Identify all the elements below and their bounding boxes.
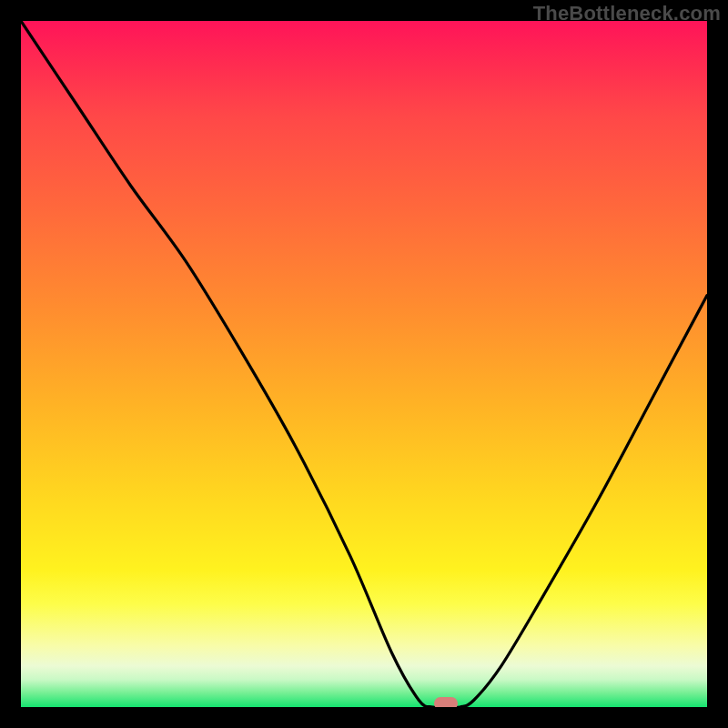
minimum-marker — [434, 697, 458, 707]
chart-frame: TheBottleneck.com — [0, 0, 728, 728]
plot-area — [21, 21, 707, 707]
watermark-text: TheBottleneck.com — [533, 2, 721, 25]
curve-path — [21, 21, 707, 707]
bottleneck-curve — [21, 21, 707, 707]
